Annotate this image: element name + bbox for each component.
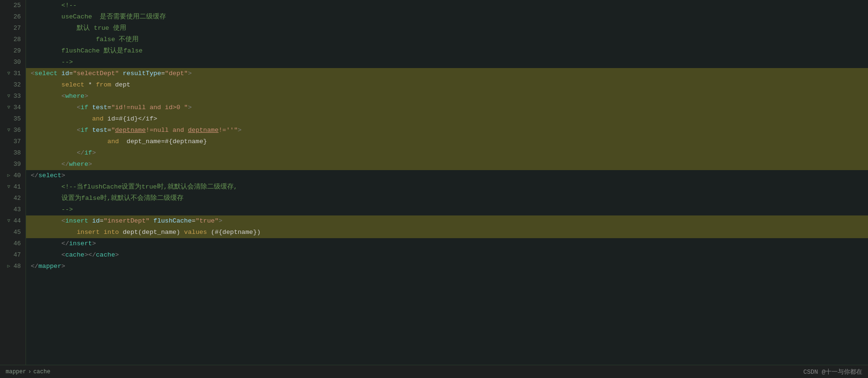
code-line-39: </where> bbox=[26, 159, 868, 170]
code-line-29: flushCache 默认是false bbox=[26, 45, 868, 57]
code-line-42: 设置为false时,就默认不会清除二级缓存 bbox=[26, 193, 868, 204]
fold-icon-44[interactable]: ▽ bbox=[6, 218, 11, 224]
fold-icon-48[interactable]: ▷ bbox=[6, 264, 11, 269]
watermark: CSDN @十一与你都在 bbox=[803, 368, 862, 376]
line-num-27: 27 bbox=[2, 23, 21, 34]
code-line-45: insert into dept(dept_name) values (#{de… bbox=[26, 227, 868, 238]
code-line-33: <where> bbox=[26, 91, 868, 102]
line-num-26: 26 bbox=[2, 11, 21, 23]
status-bar: mapper › cache CSDN @十一与你都在 bbox=[0, 365, 868, 378]
fold-icon-31[interactable]: ▽ bbox=[6, 71, 11, 77]
code-line-43: --> bbox=[26, 204, 868, 215]
fold-icon-38[interactable] bbox=[6, 150, 11, 156]
line-num-25: 25 bbox=[2, 0, 21, 11]
fold-icon-47[interactable] bbox=[6, 252, 11, 258]
fold-icon-28[interactable] bbox=[6, 37, 11, 43]
code-line-25: <!-- bbox=[26, 0, 868, 11]
code-line-35: and id=#{id}</if> bbox=[26, 113, 868, 125]
fold-icon-39[interactable] bbox=[6, 162, 11, 167]
code-line-31: <select id="selectDept" resultType="dept… bbox=[26, 68, 868, 79]
line-num-31: ▽ 31 bbox=[2, 68, 21, 79]
line-num-47: 47 bbox=[2, 249, 21, 261]
line-num-41: ▽ 41 bbox=[2, 181, 21, 193]
line-num-40: ▷ 40 bbox=[2, 170, 21, 181]
code-line-36: <if test="deptname!=null and deptname!='… bbox=[26, 125, 868, 136]
code-line-44: <insert id="insertDept" flushCache="true… bbox=[26, 215, 868, 227]
code-line-46: </insert> bbox=[26, 238, 868, 249]
fold-icon-45[interactable] bbox=[6, 230, 11, 235]
fold-icon-41[interactable]: ▽ bbox=[6, 184, 11, 190]
fold-icon-42[interactable] bbox=[6, 196, 11, 201]
line-num-46: 46 bbox=[2, 238, 21, 249]
line-num-42: 42 bbox=[2, 193, 21, 204]
code-line-48: </mapper> bbox=[26, 261, 868, 272]
fold-icon-36[interactable]: ▽ bbox=[6, 128, 11, 133]
fold-icon-35[interactable] bbox=[6, 116, 11, 122]
editor-container: 25 26 27 28 29 30 ▽ bbox=[0, 0, 868, 378]
line-num-48: ▷ 48 bbox=[2, 261, 21, 272]
code-line-32: select * from dept bbox=[26, 79, 868, 91]
code-line-30: --> bbox=[26, 57, 868, 68]
line-num-34: ▽ 34 bbox=[2, 102, 21, 113]
code-line-28: false 不使用 bbox=[26, 34, 868, 45]
fold-icon-30[interactable] bbox=[6, 60, 11, 65]
breadcrumb-separator: › bbox=[28, 369, 31, 375]
line-num-38: 38 bbox=[2, 147, 21, 159]
code-line-37: and dept_name=#{deptname} bbox=[26, 136, 868, 147]
fold-icon-27[interactable] bbox=[6, 26, 11, 31]
line-num-33: ▽ 33 bbox=[2, 91, 21, 102]
fold-icon-33[interactable]: ▽ bbox=[6, 94, 11, 99]
code-line-47: <cache></cache> bbox=[26, 249, 868, 261]
breadcrumb-cache: cache bbox=[33, 369, 50, 375]
line-num-28: 28 bbox=[2, 34, 21, 45]
line-num-30: 30 bbox=[2, 57, 21, 68]
fold-icon-29[interactable] bbox=[6, 48, 11, 54]
fold-icon-32[interactable] bbox=[6, 82, 11, 88]
fold-icon-34[interactable]: ▽ bbox=[6, 105, 11, 111]
code-line-27: 默认 true 使用 bbox=[26, 23, 868, 34]
line-num-44: ▽ 44 bbox=[2, 215, 21, 227]
line-num-32: 32 bbox=[2, 79, 21, 91]
code-line-41: <!--当flushCache设置为true时,就默认会清除二级缓存, bbox=[26, 181, 868, 193]
breadcrumb: mapper › cache bbox=[6, 369, 50, 375]
fold-icon-43[interactable] bbox=[6, 207, 11, 213]
fold-icon-26[interactable] bbox=[6, 14, 11, 20]
code-line-34: <if test="id!=null and id>0 "> bbox=[26, 102, 868, 113]
code-line-40: </select> bbox=[26, 170, 868, 181]
line-num-29: 29 bbox=[2, 45, 21, 57]
line-num-36: ▽ 36 bbox=[2, 125, 21, 136]
fold-icon-46[interactable] bbox=[6, 241, 11, 247]
code-line-38: </if> bbox=[26, 147, 868, 159]
code-lines: <!-- useCache 是否需要使用二级缓存 默认 true 使用 fals… bbox=[26, 0, 868, 365]
line-num-45: 45 bbox=[2, 227, 21, 238]
code-area: 25 26 27 28 29 30 ▽ bbox=[0, 0, 868, 365]
fold-icon-40[interactable]: ▷ bbox=[6, 173, 11, 179]
line-num-39: 39 bbox=[2, 159, 21, 170]
line-num-35: 35 bbox=[2, 113, 21, 125]
fold-icon-37[interactable] bbox=[6, 139, 11, 145]
line-num-43: 43 bbox=[2, 204, 21, 215]
breadcrumb-mapper: mapper bbox=[6, 369, 26, 375]
fold-icon-25[interactable] bbox=[6, 3, 11, 9]
line-num-37: 37 bbox=[2, 136, 21, 147]
code-line-26: useCache 是否需要使用二级缓存 bbox=[26, 11, 868, 23]
line-numbers: 25 26 27 28 29 30 ▽ bbox=[0, 0, 26, 365]
